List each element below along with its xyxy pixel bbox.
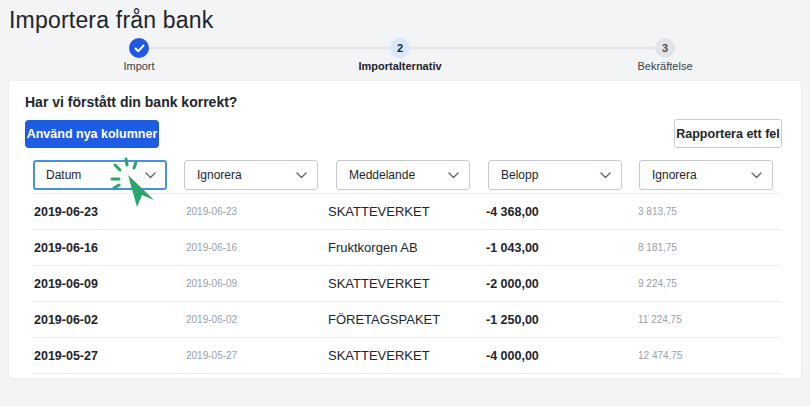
row-balance: 8 181,75: [638, 230, 677, 266]
row-date-preview: 2019-06-09: [186, 266, 237, 302]
chevron-down-icon: [600, 172, 611, 179]
step-number: 2: [397, 42, 403, 54]
column-select-meddelande[interactable]: Meddelande: [336, 160, 470, 190]
row-date-preview: 2019-06-16: [186, 230, 237, 266]
select-value: Datum: [46, 168, 145, 182]
row-amount: -2 000,00: [486, 266, 539, 302]
table-row: 2019-06-16 2019-06-16 Fruktkorgen AB -1 …: [33, 229, 781, 265]
row-message: Fruktkorgen AB: [328, 230, 418, 266]
chevron-down-icon: [448, 172, 459, 179]
row-date-preview: 2019-05-27: [186, 338, 237, 374]
row-balance: 11 224,75: [638, 302, 682, 338]
row-balance: 9 224,75: [638, 266, 677, 302]
step-import-indicator[interactable]: [129, 38, 149, 58]
chevron-down-icon: [296, 172, 307, 179]
row-date-preview: 2019-06-02: [186, 302, 237, 338]
column-select-belopp[interactable]: Belopp: [488, 160, 622, 190]
row-message: SKATTEVERKET: [328, 266, 430, 302]
table-row: 2019-05-27 2019-05-27 SKATTEVERKET -4 00…: [33, 337, 781, 373]
row-balance: 3 813,75: [638, 194, 677, 230]
report-error-button[interactable]: Rapportera ett fel: [674, 119, 782, 148]
use-new-columns-button[interactable]: Använd nya kolumner: [25, 120, 159, 148]
panel-question: Har vi förstått din bank korrekt?: [25, 94, 237, 110]
column-select-ignorera-1[interactable]: Ignorera: [184, 160, 318, 190]
row-date: 2019-06-23: [34, 194, 98, 230]
import-bank-screen: Importera från bank 2 3 Import Importalt…: [0, 0, 810, 406]
chevron-down-icon: [145, 172, 156, 179]
row-date: 2019-06-02: [34, 302, 98, 338]
row-amount: -1 250,00: [486, 302, 539, 338]
table-row: 2019-06-02 2019-06-02 FÖRETAGSPAKET -1 2…: [33, 301, 781, 337]
step-bekraftelse-indicator: 3: [655, 38, 675, 58]
row-date-preview: 2019-06-23: [186, 194, 237, 230]
select-value: Ignorera: [652, 168, 751, 182]
row-date: 2019-06-16: [34, 230, 98, 266]
column-mapping-panel: Har vi förstått din bank korrekt? Använd…: [8, 80, 802, 379]
chevron-down-icon: [751, 172, 762, 179]
select-value: Meddelande: [349, 168, 448, 182]
select-value: Belopp: [501, 168, 600, 182]
table-row: 2019-06-09 2019-06-09 SKATTEVERKET -2 00…: [33, 265, 781, 301]
table-bottom-border: [33, 373, 781, 374]
row-message: SKATTEVERKET: [328, 194, 430, 230]
row-date: 2019-06-09: [34, 266, 98, 302]
step-number: 3: [662, 42, 668, 54]
select-value: Ignorera: [197, 168, 296, 182]
step-label-import: Import: [59, 60, 219, 72]
step-label-bekraftelse: Bekräftelse: [585, 60, 745, 72]
column-select-ignorera-2[interactable]: Ignorera: [639, 160, 773, 190]
row-balance: 12 474,75: [638, 338, 683, 374]
column-select-datum[interactable]: Datum: [33, 160, 167, 190]
row-message: SKATTEVERKET: [328, 338, 430, 374]
row-date: 2019-05-27: [34, 338, 98, 374]
row-amount: -4 000,00: [486, 338, 539, 374]
check-icon: [134, 44, 145, 53]
row-amount: -4 368,00: [486, 194, 539, 230]
step-label-importalternativ: Importalternativ: [320, 60, 480, 72]
page-title: Importera från bank: [9, 7, 214, 34]
row-amount: -1 043,00: [486, 230, 539, 266]
step-importalternativ-indicator: 2: [390, 38, 410, 58]
table-row: 2019-06-23 2019-06-23 SKATTEVERKET -4 36…: [33, 193, 781, 229]
row-message: FÖRETAGSPAKET: [328, 302, 440, 338]
